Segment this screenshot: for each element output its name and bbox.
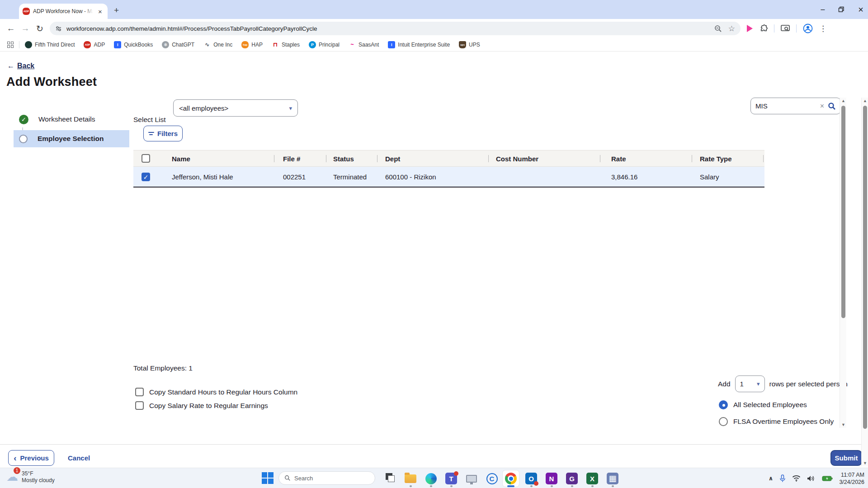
zoom-level-icon[interactable] [714,25,722,33]
tray-chevron-icon[interactable]: ∧ [769,475,774,482]
profile-avatar-icon[interactable] [803,23,813,33]
bookmark-saasant[interactable]: ~ SaasAnt [349,41,379,48]
remote-desktop-button[interactable] [463,470,480,487]
search-input[interactable] [755,102,816,110]
excel-button[interactable]: X [584,470,600,487]
search-icon [284,475,291,481]
col-status[interactable]: Status [333,155,354,162]
radio-selected-icon[interactable] [719,400,728,409]
chatgpt-icon: ✻ [162,41,169,48]
employee-search-field[interactable]: × [750,98,841,114]
scroll-up-icon[interactable]: ▲ [862,98,868,104]
col-cost[interactable]: Cost Number [496,155,538,162]
step-worksheet-details[interactable]: ✓ Worksheet Details [14,111,129,128]
speaker-icon[interactable] [807,475,816,482]
row-checkbox[interactable]: ✓ [142,173,150,181]
outlook-button[interactable]: O [523,470,539,487]
task-view-button[interactable] [382,470,398,487]
microphone-icon[interactable] [779,474,786,483]
bookmark-one-inc[interactable]: ∿ One Inc [203,41,232,48]
url-text[interactable]: workforcenow.adp.com/theme/admin.html#/P… [66,25,710,32]
window-close-icon[interactable]: × [858,5,863,15]
window-minimize-icon[interactable]: – [821,5,825,14]
address-bar[interactable]: workforcenow.adp.com/theme/admin.html#/P… [50,22,741,35]
quickbooks-icon: I [114,41,121,48]
edge-button[interactable] [423,470,439,487]
copy-standard-hours-option[interactable]: Copy Standard Hours to Regular Hours Col… [135,388,297,396]
bookmark-star-icon[interactable]: ☆ [728,24,735,33]
calculator-button[interactable]: ▦ [604,470,621,487]
tab-title: ADP Workforce Now - Manage [33,8,93,14]
purple-app-button[interactable]: G [564,470,580,487]
reload-icon[interactable]: ↻ [33,23,47,34]
step-employee-selection[interactable]: Employee Selection [14,130,129,147]
forward-nav-icon[interactable]: → [18,23,33,33]
col-file[interactable]: File # [283,155,300,162]
back-link[interactable]: ← Back [7,62,34,70]
copilot-button[interactable]: C [484,470,500,487]
menu-kebab-icon[interactable]: ⋮ [819,24,827,33]
flsa-overtime-option[interactable]: FLSA Overtime Employees Only [719,417,834,426]
reading-mode-icon[interactable] [781,25,790,33]
scrollbar-thumb[interactable] [863,106,867,429]
col-rate-type[interactable]: Rate Type [700,155,732,162]
bookmark-intuit-suite[interactable]: I Intuit Enterprise Suite [388,41,450,48]
bookmark-principal[interactable]: P Principal [309,41,340,48]
table-row[interactable]: ✓ Jefferson, Misti Hale 002251 Terminate… [133,167,764,188]
scrollbar-thumb[interactable] [841,106,845,318]
clear-search-icon[interactable]: × [820,102,824,110]
clock[interactable]: 11:07 AM 3/24/2026 [839,471,864,486]
battery-icon[interactable] [822,475,833,482]
cloud-icon: ☁ 1 [6,470,18,484]
teams-button[interactable]: T [443,470,459,487]
scroll-down-icon[interactable]: ▼ [840,422,847,428]
bookmark-quickbooks[interactable]: I QuickBooks [114,41,153,48]
wifi-icon[interactable] [792,475,801,482]
taskbar: ☁ 1 35°F Mostly cloudy Search T C O [0,468,868,488]
bookmark-hap[interactable]: hap HAP [241,41,263,48]
window-controls: – × [821,0,863,19]
select-list-dropdown[interactable]: <all employees> ▾ [173,99,298,117]
extensions-puzzle-icon[interactable] [759,24,768,33]
bookmark-staples[interactable]: ⊓ Staples [272,41,300,48]
select-all-checkbox[interactable] [142,154,150,163]
apps-grid-icon[interactable] [7,42,14,48]
chrome-button[interactable] [503,470,519,487]
search-icon[interactable] [828,102,836,110]
col-name[interactable]: Name [172,155,190,162]
bookmark-adp[interactable]: ADP ADP [84,41,105,48]
adp-icon: ADP [84,41,91,48]
filters-button[interactable]: Filters [143,126,183,141]
previous-button[interactable]: ‹ Previous [8,450,54,466]
adp-extension-icon[interactable] [747,25,753,32]
weather-temp: 35°F [22,470,33,477]
scroll-up-icon[interactable]: ▲ [840,98,847,104]
start-button[interactable] [261,472,274,484]
back-nav-icon[interactable]: ← [4,23,18,33]
col-rate[interactable]: Rate [611,155,626,162]
file-explorer-button[interactable] [402,470,419,487]
window-scrollbar[interactable]: ▲ ▼ [861,98,868,466]
copy-salary-rate-option[interactable]: Copy Salary Rate to Regular Earnings [135,401,268,410]
onenote-button[interactable]: N [543,470,560,487]
scroll-down-icon[interactable]: ▼ [862,460,868,466]
copy-salary-rate-checkbox[interactable] [135,401,144,410]
inner-scrollbar[interactable]: ▲ ▼ [840,98,846,428]
bookmark-chatgpt[interactable]: ✻ ChatGPT [162,41,194,48]
taskbar-search[interactable]: Search [278,471,375,485]
tab-close-icon[interactable]: × [96,7,104,15]
browser-tab[interactable]: ADP ADP Workforce Now - Manage × [19,4,108,19]
all-selected-employees-option[interactable]: All Selected Employees [719,400,807,409]
weather-widget[interactable]: ☁ 1 35°F Mostly cloudy [6,470,55,484]
radio-unselected-icon[interactable] [719,417,728,426]
copy-standard-hours-checkbox[interactable] [135,388,144,396]
submit-button[interactable]: Submit [830,450,862,466]
window-restore-icon[interactable] [838,6,844,13]
site-settings-icon[interactable] [55,25,62,32]
new-tab-button[interactable]: + [114,5,119,15]
bookmark-ups[interactable]: ups UPS [459,41,480,48]
col-dept[interactable]: Dept [385,155,400,162]
cancel-button[interactable]: Cancel [68,454,90,462]
rows-count-dropdown[interactable]: 1 ▾ [735,375,765,392]
bookmark-fifth-third[interactable]: Fifth Third Direct [25,41,75,48]
